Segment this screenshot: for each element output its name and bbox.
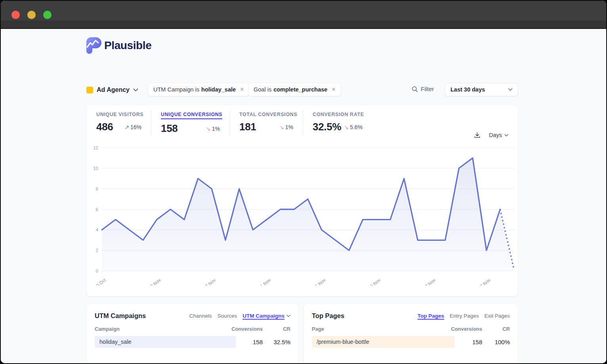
chip-prefix: Goal is bbox=[254, 86, 271, 93]
add-filter-button[interactable]: Filter bbox=[412, 86, 434, 92]
stat-label: TOTAL CONVERSIONS bbox=[239, 112, 297, 117]
chevron-down-icon bbox=[286, 314, 290, 317]
top-stats-row: UNIQUE VISITORS 486 ↗ 16% UNIQUE CONVERS… bbox=[96, 111, 382, 135]
svg-text:6: 6 bbox=[96, 207, 98, 212]
site-favicon-icon bbox=[86, 87, 93, 93]
svg-text:12: 12 bbox=[93, 145, 98, 150]
stat-change-pct: 16% bbox=[130, 124, 141, 130]
plausible-logo-text: Plausible bbox=[104, 39, 151, 52]
tab-entry-pages[interactable]: Entry Pages bbox=[450, 313, 479, 319]
window-minimize-button[interactable] bbox=[27, 11, 36, 19]
chevron-down-icon bbox=[508, 88, 513, 91]
table-header: Page Conversions CR bbox=[312, 326, 510, 332]
stat-change-pct: 1% bbox=[212, 126, 220, 132]
row-campaign-name[interactable]: holiday_sale bbox=[95, 339, 225, 345]
svg-text:0: 0 bbox=[96, 269, 98, 273]
interval-selector[interactable]: Days bbox=[489, 132, 508, 138]
tab-channels[interactable]: Channels bbox=[189, 313, 212, 319]
browser-window: Plausible Ad Agency UTM Campaign is holi… bbox=[1, 1, 606, 363]
chart-controls: Days bbox=[473, 131, 508, 139]
stat-change: ↗ 16% bbox=[124, 124, 141, 130]
stat-change-pct: 5.6% bbox=[350, 124, 363, 130]
svg-text:10: 10 bbox=[93, 166, 98, 171]
stat-change: ↘ 5.6% bbox=[344, 124, 363, 130]
table-row[interactable]: /premium-blue-bottle 158 100% bbox=[312, 336, 510, 348]
svg-text:27 Nov: 27 Nov bbox=[477, 277, 491, 286]
site-selector[interactable]: Ad Agency bbox=[86, 84, 138, 96]
chip-value: holiday_sale bbox=[201, 86, 236, 93]
tab-utm-campaigns[interactable]: UTM Campaigns bbox=[242, 313, 290, 319]
filter-chip-utm-campaign[interactable]: UTM Campaign is holiday_sale × bbox=[148, 83, 249, 96]
column-conversions: Conversions bbox=[225, 326, 263, 332]
row-conversions: 158 bbox=[445, 339, 482, 345]
stat-change: ↘ 1% bbox=[206, 126, 220, 132]
tab-top-pages[interactable]: Top Pages bbox=[418, 313, 444, 319]
column-campaign: Campaign bbox=[95, 326, 225, 332]
stat-unique-conversions[interactable]: UNIQUE CONVERSIONS 158 ↘ 1% bbox=[161, 111, 230, 135]
table-header: Campaign Conversions CR bbox=[95, 326, 290, 332]
stat-label-active: UNIQUE CONVERSIONS bbox=[161, 112, 222, 119]
panel-title: Top Pages bbox=[312, 312, 344, 320]
date-range-value: Last 30 days bbox=[450, 86, 485, 93]
svg-text:19 Nov: 19 Nov bbox=[367, 277, 382, 286]
tab-sources[interactable]: Sources bbox=[218, 313, 237, 319]
window-zoom-button[interactable] bbox=[43, 11, 52, 19]
filter-button-label: Filter bbox=[421, 86, 434, 92]
chip-prefix: UTM Campaign is bbox=[153, 86, 199, 93]
svg-text:23 Nov: 23 Nov bbox=[422, 277, 437, 286]
stat-value: 158 bbox=[161, 122, 178, 135]
row-cr: 100% bbox=[482, 339, 510, 345]
trend-down-icon: ↘ bbox=[279, 124, 284, 130]
search-icon bbox=[412, 86, 418, 92]
window-toolbar bbox=[1, 21, 606, 29]
stat-value: 486 bbox=[96, 121, 113, 133]
interval-label: Days bbox=[489, 132, 502, 138]
panel-title: UTM Campaigns bbox=[95, 312, 146, 320]
stat-change: ↘ 1% bbox=[279, 124, 293, 130]
row-conversions: 158 bbox=[225, 339, 263, 345]
dashboard-page: Plausible Ad Agency UTM Campaign is holi… bbox=[1, 29, 606, 362]
conversions-line-chart: 02468101230 Oct3 Nov7 Nov11 Nov15 Nov19 … bbox=[89, 143, 517, 286]
svg-text:2: 2 bbox=[96, 248, 98, 253]
window-titlebar bbox=[1, 1, 606, 21]
close-icon[interactable]: × bbox=[332, 86, 335, 93]
svg-text:4: 4 bbox=[96, 227, 99, 232]
window-close-button[interactable] bbox=[11, 11, 20, 19]
stat-total-conversions[interactable]: TOTAL CONVERSIONS 181 ↘ 1% bbox=[239, 111, 303, 135]
row-page-name[interactable]: /premium-blue-bottle bbox=[312, 339, 445, 345]
trend-up-icon: ↗ bbox=[124, 124, 129, 130]
source-tabs: Channels Sources UTM Campaigns bbox=[189, 313, 290, 319]
top-pages-panel: Top Pages Top Pages Entry Pages Exit Pag… bbox=[304, 304, 518, 362]
plausible-logo-icon bbox=[86, 37, 101, 54]
plausible-logo[interactable]: Plausible bbox=[86, 37, 151, 54]
stat-label: UNIQUE VISITORS bbox=[96, 112, 143, 117]
date-range-selector[interactable]: Last 30 days bbox=[445, 83, 518, 96]
download-icon[interactable] bbox=[473, 131, 481, 139]
svg-text:7 Nov: 7 Nov bbox=[204, 277, 217, 286]
column-page: Page bbox=[312, 326, 445, 332]
svg-text:8: 8 bbox=[96, 187, 98, 191]
svg-text:3 Nov: 3 Nov bbox=[149, 277, 162, 286]
utm-campaigns-panel: UTM Campaigns Channels Sources UTM Campa… bbox=[87, 304, 298, 362]
chevron-down-icon bbox=[504, 134, 508, 137]
stat-conversion-rate[interactable]: CONVERSION RATE 32.5% ↘ 5.6% bbox=[313, 111, 372, 135]
column-conversions: Conversions bbox=[445, 326, 482, 332]
column-cr: CR bbox=[482, 326, 510, 332]
trend-down-icon: ↘ bbox=[344, 124, 349, 130]
stat-unique-visitors[interactable]: UNIQUE VISITORS 486 ↗ 16% bbox=[96, 111, 151, 135]
chevron-down-icon bbox=[133, 88, 138, 91]
main-graph-panel: UNIQUE VISITORS 486 ↗ 16% UNIQUE CONVERS… bbox=[87, 105, 518, 296]
row-cr: 32.5% bbox=[263, 339, 290, 345]
svg-text:11 Nov: 11 Nov bbox=[258, 277, 271, 286]
filter-chip-goal[interactable]: Goal is complete_purchase × bbox=[248, 83, 341, 96]
stat-value: 32.5% bbox=[313, 121, 341, 133]
pages-tabs: Top Pages Entry Pages Exit Pages bbox=[418, 313, 510, 319]
stat-label: CONVERSION RATE bbox=[313, 112, 364, 117]
tab-label: UTM Campaigns bbox=[242, 313, 284, 319]
chip-value: complete_purchase bbox=[273, 86, 327, 93]
close-icon[interactable]: × bbox=[240, 86, 244, 93]
tab-exit-pages[interactable]: Exit Pages bbox=[484, 313, 510, 319]
svg-text:30 Oct: 30 Oct bbox=[94, 277, 107, 286]
site-name: Ad Agency bbox=[97, 86, 130, 93]
table-row[interactable]: holiday_sale 158 32.5% bbox=[95, 336, 290, 348]
